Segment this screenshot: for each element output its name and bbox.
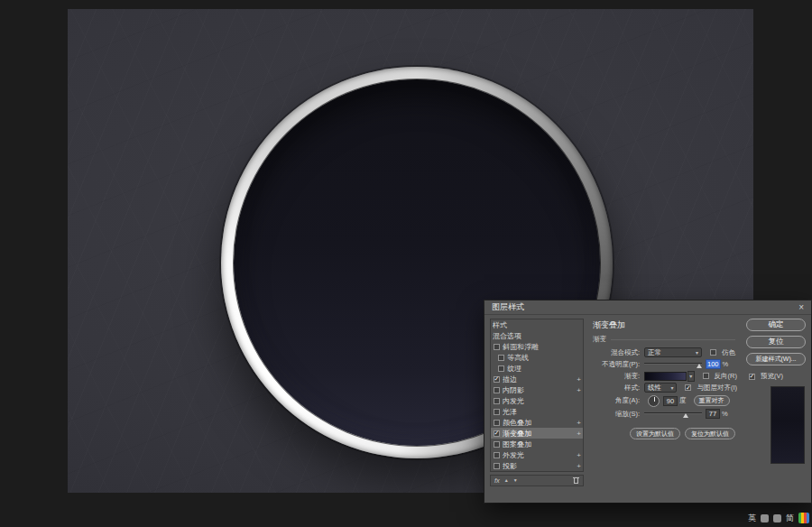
ime-language-indicator[interactable]: 英 bbox=[748, 513, 756, 523]
styles-list: 样式 混合选项 斜面和浮雕 等高线 纹理 ✓ bbox=[490, 319, 584, 472]
set-as-default-button[interactable]: 设置为默认值 bbox=[630, 428, 680, 439]
effect-checkbox[interactable] bbox=[494, 344, 500, 350]
gradient-group-label: 渐变 bbox=[593, 335, 735, 344]
slider-thumb[interactable] bbox=[697, 364, 702, 368]
move-effect-down-icon[interactable]: ▼ bbox=[513, 478, 518, 483]
effect-checkbox[interactable] bbox=[494, 463, 500, 469]
opacity-slider[interactable] bbox=[644, 360, 702, 368]
effect-checkbox[interactable]: ✓ bbox=[494, 430, 500, 437]
close-icon[interactable]: × bbox=[797, 302, 806, 312]
ime-color-icon[interactable] bbox=[798, 513, 809, 523]
default-buttons-row: 设置为默认值 复位为默认值 bbox=[591, 428, 737, 439]
add-effect-instance-icon[interactable]: + bbox=[573, 462, 581, 470]
list-item-bevel-emboss[interactable]: 斜面和浮雕 bbox=[491, 341, 583, 352]
list-item-styles[interactable]: 样式 bbox=[491, 319, 583, 330]
scale-slider[interactable] bbox=[644, 410, 702, 418]
preview-toggle-row: ✓ 预览(V) bbox=[748, 372, 806, 381]
opacity-value[interactable]: 100 bbox=[706, 359, 721, 369]
angle-dial[interactable] bbox=[648, 395, 660, 407]
ime-settings-icon[interactable] bbox=[773, 514, 781, 522]
dialog-body: 样式 混合选项 斜面和浮雕 等高线 纹理 ✓ bbox=[484, 315, 811, 490]
move-effect-up-icon[interactable]: ▲ bbox=[504, 478, 509, 483]
reset-to-default-button[interactable]: 复位为默认值 bbox=[685, 428, 735, 439]
blend-mode-select[interactable]: 正常 ▾ bbox=[644, 347, 702, 357]
styles-list-footer: fx ▲ ▼ bbox=[490, 475, 584, 486]
list-item-satin[interactable]: 光泽 bbox=[491, 406, 583, 417]
dither-checkbox[interactable] bbox=[710, 349, 716, 356]
angle-value[interactable]: 90 bbox=[663, 396, 678, 406]
style-row: 样式: 线性 ▾ ✓ 与图层对齐(I) bbox=[591, 382, 737, 393]
layer-style-dialog: 图层样式 × 样式 混合选项 斜面和浮雕 等高线 bbox=[484, 300, 811, 503]
effect-checkbox[interactable] bbox=[494, 387, 500, 393]
gradient-swatch[interactable] bbox=[644, 372, 687, 381]
add-effect-instance-icon[interactable]: + bbox=[573, 430, 581, 438]
list-item-inner-shadow[interactable]: 内阴影 + bbox=[491, 384, 583, 395]
preview-checkbox[interactable]: ✓ bbox=[749, 374, 755, 380]
angle-needle bbox=[654, 397, 655, 402]
effect-checkbox[interactable] bbox=[494, 398, 500, 404]
list-item-stroke[interactable]: ✓ 描边 + bbox=[491, 374, 583, 384]
new-style-button[interactable]: 新建样式(W)... bbox=[746, 353, 806, 365]
styles-list-column: 样式 混合选项 斜面和浮雕 等高线 纹理 ✓ bbox=[490, 319, 584, 486]
blend-mode-row: 混合模式: 正常 ▾ 仿色 bbox=[591, 347, 737, 358]
add-effect-instance-icon[interactable]: + bbox=[573, 451, 581, 459]
effect-checkbox[interactable] bbox=[494, 452, 500, 458]
list-item-blending-options[interactable]: 混合选项 bbox=[491, 330, 583, 341]
gradient-overlay-panel: 渐变叠加 渐变 混合模式: 正常 ▾ 仿色 不透明度(P): bbox=[591, 319, 737, 486]
dialog-actions-column: 确定 复位 新建样式(W)... ✓ 预览(V) bbox=[746, 319, 806, 486]
add-effect-icon[interactable]: fx bbox=[494, 476, 500, 485]
ok-button[interactable]: 确定 bbox=[746, 319, 806, 331]
opacity-row: 不透明度(P): 100 % bbox=[591, 358, 737, 370]
photoshop-workspace: { "colors": { "selection_blue": "#3e6fd0… bbox=[0, 0, 812, 527]
add-effect-instance-icon[interactable]: + bbox=[573, 386, 581, 394]
effect-checkbox[interactable] bbox=[498, 365, 504, 372]
effect-checkbox[interactable] bbox=[494, 420, 500, 426]
os-tray: 英 简 bbox=[748, 512, 809, 524]
dialog-titlebar[interactable]: 图层样式 × bbox=[484, 300, 811, 315]
chevron-down-icon: ▾ bbox=[696, 349, 698, 356]
scale-row: 缩放(S): 77 % bbox=[591, 408, 737, 420]
cancel-button[interactable]: 复位 bbox=[746, 336, 806, 348]
reverse-checkbox[interactable] bbox=[703, 373, 709, 379]
list-item-drop-shadow[interactable]: 投影 + bbox=[491, 460, 583, 471]
delete-effect-icon[interactable] bbox=[573, 476, 579, 485]
chevron-down-icon: ▾ bbox=[670, 384, 673, 391]
panel-title: 渐变叠加 bbox=[593, 319, 737, 331]
list-item-outer-glow[interactable]: 外发光 + bbox=[491, 449, 583, 460]
group-divider bbox=[611, 339, 735, 340]
style-preview-thumbnail bbox=[770, 386, 805, 464]
slider-thumb[interactable] bbox=[683, 413, 688, 418]
list-item-gradient-overlay[interactable]: ✓ 渐变叠加 + bbox=[491, 428, 583, 439]
add-effect-instance-icon[interactable]: + bbox=[573, 419, 581, 427]
list-item-pattern-overlay[interactable]: 图案叠加 bbox=[491, 439, 583, 449]
effect-checkbox[interactable] bbox=[498, 355, 504, 361]
list-item-inner-glow[interactable]: 内发光 bbox=[491, 395, 583, 406]
effect-checkbox[interactable] bbox=[494, 409, 500, 415]
ime-simplified-indicator[interactable]: 简 bbox=[786, 513, 794, 523]
effect-checkbox[interactable] bbox=[494, 441, 500, 448]
add-effect-instance-icon[interactable]: + bbox=[573, 375, 581, 384]
list-item-texture[interactable]: 纹理 bbox=[491, 363, 583, 374]
effect-checkbox[interactable]: ✓ bbox=[494, 376, 500, 383]
scale-value[interactable]: 77 bbox=[706, 409, 720, 419]
reset-alignment-button[interactable]: 重置对齐 bbox=[694, 395, 730, 406]
align-with-layer-checkbox[interactable]: ✓ bbox=[685, 384, 691, 391]
gradient-picker-arrow[interactable]: ▾ bbox=[687, 371, 695, 382]
ime-tool-icon[interactable] bbox=[761, 514, 769, 522]
list-item-color-overlay[interactable]: 颜色叠加 + bbox=[491, 417, 583, 428]
gradient-row: 渐变: ▾ 反向(R) bbox=[591, 370, 737, 382]
list-item-contour[interactable]: 等高线 bbox=[491, 352, 583, 363]
angle-row: 角度(A): 90 度 重置对齐 bbox=[591, 393, 737, 408]
dialog-title: 图层样式 bbox=[492, 301, 797, 313]
gradient-style-select[interactable]: 线性 ▾ bbox=[644, 383, 677, 393]
